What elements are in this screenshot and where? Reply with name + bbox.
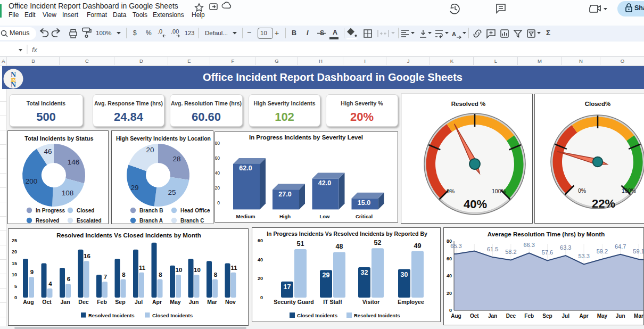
svg-text:11: 11 (139, 265, 146, 271)
svg-text:May: May (170, 299, 181, 305)
svg-text:65.3: 65.3 (450, 243, 461, 249)
svg-text:Resolved Incidents: Resolved Incidents (88, 312, 135, 318)
svg-text:7: 7 (104, 274, 107, 280)
svg-text:100%: 100% (492, 188, 506, 194)
svg-text:25: 25 (168, 188, 176, 196)
svg-text:Apr: Apr (579, 313, 588, 319)
svg-text:5: 5 (14, 284, 17, 289)
svg-text:Resolved: Resolved (36, 218, 59, 224)
svg-text:Critical: Critical (356, 213, 373, 219)
svg-text:Resolved %: Resolved % (451, 101, 486, 107)
svg-text:In Progress: In Progress (36, 208, 65, 213)
svg-text:28: 28 (172, 155, 180, 163)
svg-text:0: 0 (260, 295, 263, 300)
svg-text:40%: 40% (464, 198, 487, 211)
svg-text:58.2: 58.2 (505, 249, 516, 255)
svg-text:10: 10 (194, 267, 201, 273)
svg-text:Sep: Sep (542, 313, 552, 319)
svg-text:62.0: 62.0 (239, 164, 252, 172)
svg-text:Average Resolution Time (hrs): Average Resolution Time (hrs) by Month (488, 231, 605, 237)
svg-text:Closed Incidents: Closed Incidents (297, 312, 337, 318)
svg-text:In Progress Incidents by Sever: In Progress Incidents by Severity Level (249, 134, 363, 141)
svg-text:52: 52 (374, 239, 382, 246)
svg-text:Oct: Oct (42, 299, 52, 305)
svg-text:fx: fx (32, 46, 37, 54)
svg-text:Total Incidents by Status: Total Incidents by Status (24, 135, 93, 142)
svg-text:10: 10 (12, 272, 17, 277)
svg-text:Aug: Aug (451, 313, 461, 319)
svg-text:11: 11 (230, 265, 237, 271)
svg-text:Closed%: Closed% (585, 101, 611, 107)
svg-text:Dec: Dec (506, 313, 516, 319)
svg-text:0: 0 (449, 308, 452, 313)
svg-text:Medium: Medium (236, 213, 255, 219)
svg-text:59.1: 59.1 (633, 248, 644, 254)
svg-text:Branch B: Branch B (139, 208, 163, 213)
svg-text:Jan: Jan (488, 313, 497, 319)
svg-text:Visitor: Visitor (362, 299, 379, 305)
svg-text:0%: 0% (447, 188, 455, 194)
svg-text:Apr: Apr (152, 299, 162, 305)
svg-text:0: 0 (14, 295, 17, 300)
svg-text:Resolved Incidents: Resolved Incidents (354, 312, 400, 318)
svg-text:63.3: 63.3 (560, 244, 571, 251)
svg-text:200: 200 (26, 177, 38, 185)
svg-text:20: 20 (215, 185, 220, 191)
svg-text:29: 29 (323, 272, 330, 279)
svg-text:20: 20 (258, 276, 263, 281)
svg-text:Dec: Dec (78, 299, 88, 305)
svg-text:0: 0 (217, 200, 220, 205)
svg-text:42.0: 42.0 (318, 179, 331, 187)
svg-text:Mar: Mar (634, 313, 643, 319)
svg-text:25: 25 (12, 238, 17, 243)
svg-text:High Severity Incidents by Loc: High Severity Incidents by Location (116, 135, 211, 142)
svg-text:20: 20 (12, 249, 17, 254)
svg-text:Low: Low (320, 213, 331, 219)
svg-text:40: 40 (447, 273, 452, 278)
svg-text:8: 8 (214, 272, 218, 278)
svg-text:108: 108 (62, 189, 74, 197)
svg-text:May: May (597, 313, 608, 319)
svg-text:Closed Incidents: Closed Incidents (152, 312, 193, 318)
svg-text:Jul: Jul (135, 299, 143, 305)
svg-text:Closed: Closed (77, 208, 94, 213)
svg-text:46: 46 (44, 147, 52, 155)
svg-text:17: 17 (284, 283, 291, 291)
svg-text:Feb: Feb (97, 299, 107, 305)
svg-text:Jun: Jun (616, 313, 625, 319)
svg-text:Head Office: Head Office (180, 208, 210, 213)
svg-text:29: 29 (130, 184, 138, 192)
svg-text:57.6: 57.6 (542, 249, 553, 256)
svg-text:IT Staff: IT Staff (323, 299, 342, 305)
svg-text:22%: 22% (592, 197, 615, 210)
svg-text:40: 40 (215, 170, 220, 176)
svg-text:20: 20 (146, 146, 154, 154)
svg-text:Mar: Mar (207, 299, 217, 305)
svg-text:Jan: Jan (60, 299, 70, 305)
svg-text:Sep: Sep (115, 299, 125, 305)
svg-text:20: 20 (447, 291, 452, 296)
svg-text:32: 32 (361, 269, 368, 276)
svg-text:60: 60 (258, 238, 263, 243)
svg-text:61.5: 61.5 (487, 246, 498, 252)
svg-text:15.0: 15.0 (358, 199, 370, 207)
svg-text:Oct: Oct (470, 313, 479, 319)
svg-text:Security Guard: Security Guard (274, 299, 313, 305)
svg-text:Branch C: Branch C (180, 218, 204, 224)
svg-text:15: 15 (12, 261, 17, 266)
svg-text:9: 9 (30, 269, 34, 275)
svg-text:Nov: Nov (225, 299, 236, 305)
svg-text:64.7: 64.7 (615, 243, 626, 250)
svg-text:27.0: 27.0 (278, 191, 291, 198)
svg-text:16: 16 (84, 253, 90, 259)
svg-text:High: High (279, 213, 291, 219)
svg-text:In Progress Incidents Vs Resol: In Progress Incidents Vs Resolved Incide… (267, 231, 427, 237)
svg-text:60: 60 (447, 256, 452, 261)
svg-text:80: 80 (215, 141, 220, 146)
svg-text:Aug: Aug (23, 299, 34, 305)
svg-text:51: 51 (297, 240, 304, 248)
svg-text:40: 40 (258, 257, 263, 262)
svg-text:60: 60 (215, 155, 220, 161)
svg-text:30: 30 (401, 271, 408, 278)
svg-text:N: N (11, 81, 16, 89)
